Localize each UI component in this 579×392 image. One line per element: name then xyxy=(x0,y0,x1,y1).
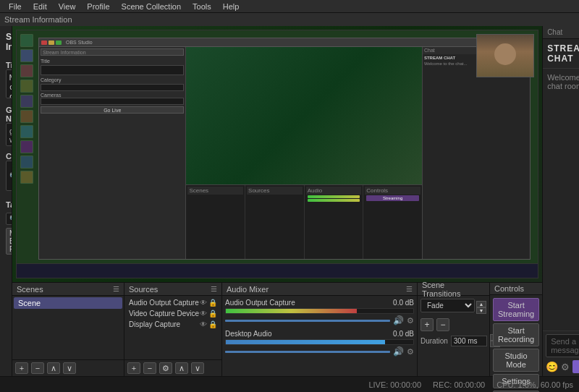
source-lock-1[interactable]: 🔒 xyxy=(208,310,217,318)
webcam-overlay xyxy=(476,34,534,77)
settings-icon-0[interactable]: ⚙ xyxy=(407,316,414,325)
source-lock-2[interactable]: 🔒 xyxy=(208,320,217,328)
cpu-label: CPU: 1.6%, 60.00 fps xyxy=(496,380,573,389)
preview-area: OBS Studio Stream Information Title Cate… xyxy=(12,26,542,282)
live-label: LIVE: xyxy=(368,380,388,389)
source-eye-2[interactable]: 👁 xyxy=(200,320,207,328)
sources-panel: Sources ☰ Audio Output Capture 👁 🔒 Video… xyxy=(124,283,222,376)
title-bar: Stream Information xyxy=(0,13,579,26)
source-remove-btn[interactable]: − xyxy=(143,362,156,374)
menu-edit[interactable]: Edit xyxy=(28,0,53,12)
chat-toolbar: 😊 ⚙ Chat xyxy=(546,360,579,373)
volume-icon-1[interactable]: 🔊 xyxy=(393,346,404,357)
chat-messages: Welcome to the chat room! xyxy=(543,69,579,331)
source-eye-1[interactable]: 👁 xyxy=(200,310,207,318)
transition-add-btn[interactable]: + xyxy=(420,318,434,331)
transition-spin: ▲ ▼ xyxy=(476,301,486,314)
main-content: Stream Information Title (116) Modern Wa… xyxy=(0,26,579,376)
emoji-btn[interactable]: 😊 xyxy=(546,361,558,372)
live-time: 00:00:00 xyxy=(390,380,421,389)
audio-track-0: Audio Output Capture 0.0 dB 🔊 ⚙ xyxy=(225,299,414,325)
preview-screen: OBS Studio Stream Information Title Cate… xyxy=(12,26,542,282)
chat-header: Chat ⚙ xyxy=(543,26,579,39)
audio-controls-0: 🔊 ⚙ xyxy=(225,315,414,325)
volume-slider-1[interactable] xyxy=(225,351,390,353)
scene-down-btn[interactable]: ∨ xyxy=(63,362,76,374)
category-search[interactable]: 🔍 Call of Duty: Moder xyxy=(6,161,12,191)
transitions-header: Scene Transitions xyxy=(418,283,489,296)
audio-controls-1: 🔊 ⚙ xyxy=(225,346,414,357)
source-up-btn[interactable]: ∧ xyxy=(175,362,188,374)
transition-remove-btn[interactable]: − xyxy=(436,318,449,331)
rec-status: REC: 00:00:00 xyxy=(433,380,485,389)
chat-stream-header: STREAM CHAT 👤 xyxy=(543,39,579,69)
chat-input-placeholder: Send a message xyxy=(551,337,579,354)
window-title: Stream Information xyxy=(4,15,72,24)
transition-spin-up[interactable]: ▲ xyxy=(476,301,486,307)
preview-desktop: OBS Studio Stream Information Title Cate… xyxy=(16,30,538,278)
transition-spin-down[interactable]: ▼ xyxy=(476,307,486,314)
scenes-footer: + − ∧ ∨ xyxy=(12,359,124,376)
sources-footer: + − ⚙ ∧ ∨ xyxy=(124,359,221,376)
audio-panel: Audio Mixer ☰ Audio Output Capture 0.0 d… xyxy=(222,283,418,376)
audio-content: Audio Output Capture 0.0 dB 🔊 ⚙ xyxy=(222,296,417,376)
settings-icon-1[interactable]: ⚙ xyxy=(407,347,414,357)
studio-mode-btn[interactable]: Studio Mode xyxy=(493,349,539,372)
scenes-header: Scenes ☰ xyxy=(12,283,124,296)
center-area: OBS Studio Stream Information Title Cate… xyxy=(12,26,542,376)
transitions-content: Fade ▲ ▼ + − Duration xyxy=(418,296,489,350)
sources-list: Audio Output Capture 👁 🔒 Video Capture D… xyxy=(124,296,221,359)
menu-file[interactable]: File xyxy=(3,0,28,12)
audio-menu-icon[interactable]: ☰ xyxy=(406,285,413,293)
chat-input-box[interactable]: Send a message ➤ xyxy=(546,334,579,357)
source-add-btn[interactable]: + xyxy=(127,362,140,374)
source-lock-0[interactable]: 🔒 xyxy=(208,299,217,307)
menu-view[interactable]: View xyxy=(53,0,82,12)
chat-panel: Chat ⚙ STREAM CHAT 👤 Welcome to the chat… xyxy=(542,26,579,376)
scene-up-btn[interactable]: ∧ xyxy=(47,362,60,374)
notification-text: gilbertm_jr went live! xyxy=(6,123,12,146)
rec-time: 00:00:00 xyxy=(454,380,485,389)
source-down-btn[interactable]: ∨ xyxy=(191,362,204,374)
menu-scene-collection[interactable]: Scene Collection xyxy=(116,0,187,12)
scenes-label: Scenes xyxy=(17,285,43,294)
chat-header-label: Chat xyxy=(547,28,562,36)
duration-row: Duration ▲ ▼ xyxy=(420,334,486,347)
sources-menu-icon[interactable]: ☰ xyxy=(211,285,217,293)
scene-add-btn[interactable]: + xyxy=(15,362,28,374)
audio-meter-1 xyxy=(225,339,414,345)
menu-tools[interactable]: Tools xyxy=(187,0,217,12)
controls-content: Start Streaming Start Recording Studio M… xyxy=(490,295,542,392)
scene-item[interactable]: Scene xyxy=(14,297,122,309)
source-settings-btn[interactable]: ⚙ xyxy=(159,362,172,374)
menu-profile[interactable]: Profile xyxy=(81,0,115,12)
title-input[interactable]: Modern Warfare: War Zone xyxy=(6,69,12,98)
source-item-2: Display Capture 👁 🔒 xyxy=(126,319,220,330)
start-streaming-btn[interactable]: Start Streaming xyxy=(493,298,539,321)
controls-label: Controls xyxy=(494,284,524,293)
volume-icon-0[interactable]: 🔊 xyxy=(393,315,404,325)
preview-taskbar xyxy=(17,263,538,278)
scene-remove-btn[interactable]: − xyxy=(31,362,44,374)
audio-track-1: Desktop Audio 0.0 dB 🔊 ⚙ xyxy=(225,330,414,357)
scenes-list: Scene xyxy=(12,296,124,359)
chat-settings-btn[interactable]: ⚙ xyxy=(561,362,570,372)
transition-type-select[interactable]: Fade xyxy=(420,299,475,312)
audio-meter-0 xyxy=(225,308,414,314)
desktop-icons xyxy=(20,34,36,260)
start-recording-btn[interactable]: Start Recording xyxy=(493,323,539,346)
controls-header: Controls xyxy=(490,283,542,295)
chat-send-btn[interactable]: Chat xyxy=(572,360,579,373)
audio-label: Audio Mixer xyxy=(227,285,269,294)
scenes-panel: Scenes ☰ Scene + − ∧ ∨ xyxy=(12,283,124,376)
scenes-menu-icon[interactable]: ☰ xyxy=(113,285,119,293)
volume-slider-0[interactable] xyxy=(225,320,390,322)
source-item-1: Video Capture Device 👁 🔒 xyxy=(126,308,220,319)
chat-welcome-message: Welcome to the chat room! xyxy=(547,73,579,90)
duration-input[interactable] xyxy=(451,336,487,346)
sources-label: Sources xyxy=(129,285,158,294)
menubar: File Edit View Profile Scene Collection … xyxy=(0,0,579,13)
tags-search[interactable]: 🔍 xyxy=(6,213,12,225)
source-eye-0[interactable]: 👁 xyxy=(200,299,207,307)
menu-help[interactable]: Help xyxy=(217,0,245,12)
